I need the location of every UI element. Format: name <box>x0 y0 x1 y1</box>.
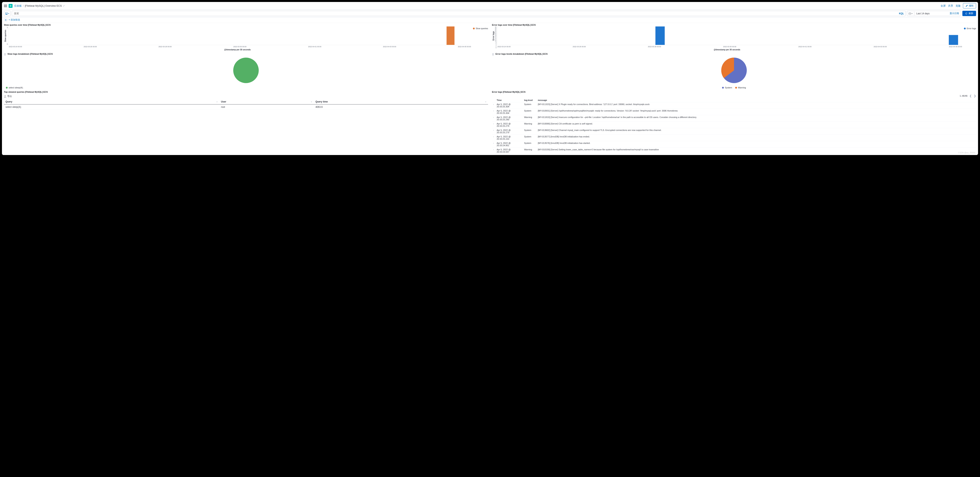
sort-icon: ⌄ <box>311 100 312 102</box>
saved-query-dropdown[interactable]: ▾ <box>4 11 11 16</box>
table-row[interactable]: ›Apr 5, 2022 @ 20:33:25.280Warning[MY-01… <box>492 115 976 122</box>
y-axis-label: Error logs <box>492 31 495 41</box>
search-input-container[interactable]: KQL <box>12 11 906 16</box>
breadcrumb-sep: / <box>23 4 24 7</box>
pencil-icon <box>966 5 968 7</box>
svg-point-4 <box>233 57 259 83</box>
bar[interactable] <box>949 35 958 45</box>
pie-chart[interactable] <box>720 57 748 84</box>
chart-plot-area[interactable]: 2022-03-24 00:00 2022-03-26 00:00 2022-0… <box>497 27 962 45</box>
legend-dot-icon <box>735 87 737 89</box>
export-button[interactable]: 导出 <box>4 94 488 99</box>
sort-icon: ⌄ <box>216 100 218 102</box>
pager-text: 1–46/46 <box>959 95 967 97</box>
refresh-button-label: 刷新 <box>969 12 973 15</box>
legend-item[interactable]: System <box>722 86 732 89</box>
table-row[interactable]: ›Apr 5, 2022 @ 20:33:24.947Warning[MY-01… <box>492 148 976 154</box>
y-axis-ticks: 1 0 <box>7 27 9 45</box>
x-axis-label: @timestamp per 30 seconds <box>4 49 471 51</box>
add-filter-link[interactable]: + 添加筛选 <box>9 18 20 22</box>
column-header-user[interactable]: User⌄ <box>220 99 314 105</box>
app-logo[interactable]: D <box>9 4 13 8</box>
legend-dot-icon <box>722 87 724 89</box>
legend-item[interactable]: Warning <box>735 86 746 89</box>
table-row[interactable]: ›Apr 5, 2022 @ 20:33:25.279Warning[MY-01… <box>492 122 976 128</box>
bar[interactable] <box>655 27 665 45</box>
bar[interactable] <box>447 27 454 45</box>
table-row[interactable]: ›Apr 5, 2022 @ 20:33:25.153System[MY-013… <box>492 135 976 141</box>
legend-item[interactable]: select sleep(4); <box>6 86 23 89</box>
legend-item[interactable]: Slow queries <box>473 27 488 30</box>
top-slowest-table: Query⌄ User⌄ Query time⌄ select sleep(4)… <box>4 99 488 110</box>
table-row[interactable]: ›Apr 5, 2022 @ 20:33:24.951System[MY-013… <box>492 141 976 148</box>
table-row[interactable]: ›Apr 5, 2022 @ 20:33:25.279System[MY-013… <box>492 128 976 135</box>
panel-title: Slow queries over time [Filebeat MySQL] … <box>4 24 488 26</box>
column-header-level[interactable]: log.level <box>523 98 537 102</box>
expand-row-icon[interactable]: › <box>493 142 495 144</box>
clone-link[interactable]: 克隆 <box>956 4 961 8</box>
chevron-down-icon: ▾ <box>8 13 9 14</box>
breadcrumb-root[interactable]: 仪表板 <box>14 4 22 8</box>
error-logs-table: Time log.level message ›Apr 5, 2022 @ 20… <box>492 98 976 154</box>
expand-row-icon[interactable]: › <box>493 116 495 118</box>
prev-page-icon[interactable]: ❮ <box>969 94 972 97</box>
edit-button[interactable]: 编辑 <box>963 3 976 8</box>
svg-rect-2 <box>909 13 911 14</box>
expand-row-icon[interactable]: › <box>493 103 495 105</box>
chevron-down-icon: ▾ <box>912 13 913 14</box>
column-header-time[interactable]: Time <box>495 98 523 102</box>
sort-icon: ⌄ <box>485 100 487 102</box>
panel-title: Error logs [Filebeat MySQL] ECS <box>492 91 976 93</box>
panel-error-logs: Error logs [Filebeat MySQL] ECS 1–46/46 … <box>490 90 978 155</box>
edit-button-label: 编辑 <box>969 4 974 8</box>
legend-dot-icon <box>964 28 966 29</box>
table-row[interactable]: select sleep(4);root4063.6 <box>4 105 488 110</box>
disk-icon <box>5 12 8 15</box>
fullscreen-link[interactable]: 全屏 <box>940 4 946 8</box>
expand-row-icon[interactable]: › <box>493 136 495 138</box>
column-header-querytime[interactable]: Query time⌄ <box>314 99 488 105</box>
refresh-button[interactable]: 刷新 <box>963 11 976 16</box>
share-link[interactable]: 共享 <box>948 4 953 8</box>
panel-slow-logs-breakdown: ☰ Slow logs breakdown [Filebeat MySQL] E… <box>2 52 490 90</box>
expand-row-icon[interactable]: › <box>493 110 495 112</box>
expand-row-icon[interactable]: › <box>493 149 495 151</box>
export-icon <box>4 95 6 98</box>
pie-chart[interactable] <box>232 57 260 84</box>
legend-dot-icon <box>6 87 8 89</box>
show-date-link[interactable]: 显示日期 <box>948 11 961 16</box>
panel-title: Error logs over time [Filebeat MySQL] EC… <box>492 24 976 26</box>
column-header-message[interactable]: message <box>537 98 976 102</box>
hamburger-menu-icon[interactable] <box>4 5 7 7</box>
expand-row-icon[interactable]: › <box>493 123 495 125</box>
panel-title: Slow logs breakdown [Filebeat MySQL] ECS <box>8 53 488 55</box>
query-bar: ▾ KQL ▾ Last 14 days 显示日期 刷新 <box>2 10 978 17</box>
y-axis-ticks: 302826242220181614121086420 <box>495 27 497 45</box>
filter-bar: ⊕ + 添加筛选 <box>2 17 978 23</box>
favorite-toggle-icon[interactable]: ✓ <box>63 4 65 7</box>
x-axis-label: @timestamp per 30 seconds <box>492 49 962 51</box>
dashboard-grid: Slow queries over time [Filebeat MySQL] … <box>2 23 978 155</box>
panel-options-icon[interactable]: ☰ <box>4 53 6 56</box>
calendar-icon[interactable]: ▾ <box>907 11 914 16</box>
search-input[interactable] <box>14 11 897 16</box>
column-header-query[interactable]: Query⌄ <box>4 99 220 105</box>
legend-item[interactable]: Error logs <box>964 27 976 30</box>
x-axis-ticks: 2022-03-24 00:00 2022-03-26 00:00 2022-0… <box>9 46 471 48</box>
watermark: CSDN @wu_55555 <box>958 152 975 154</box>
legend-dot-icon <box>473 28 475 29</box>
date-range-text[interactable]: Last 14 days <box>914 11 948 16</box>
expand-row-icon[interactable]: › <box>493 129 495 131</box>
panel-options-icon[interactable]: ☰ <box>492 53 494 56</box>
app-header: D 仪表板 / [Filebeat MySQL] Overview ECS ✓ … <box>2 2 978 10</box>
next-page-icon[interactable]: ❯ <box>974 94 976 97</box>
table-row[interactable]: ›Apr 5, 2022 @ 20:33:25.304System[MY-011… <box>492 102 976 109</box>
y-axis-label: Slow queries <box>4 30 7 42</box>
refresh-icon <box>965 12 967 15</box>
table-row[interactable]: ›Apr 5, 2022 @ 20:33:25.304System[MY-010… <box>492 109 976 115</box>
breadcrumb: 仪表板 / [Filebeat MySQL] Overview ECS ✓ <box>14 4 65 8</box>
kql-toggle[interactable]: KQL <box>897 12 904 15</box>
chart-plot-area[interactable]: 2022-03-24 00:00 2022-03-26 00:00 2022-0… <box>9 27 471 45</box>
date-picker[interactable]: ▾ Last 14 days 显示日期 <box>907 11 961 16</box>
filter-options-icon[interactable]: ⊕ <box>4 18 8 22</box>
